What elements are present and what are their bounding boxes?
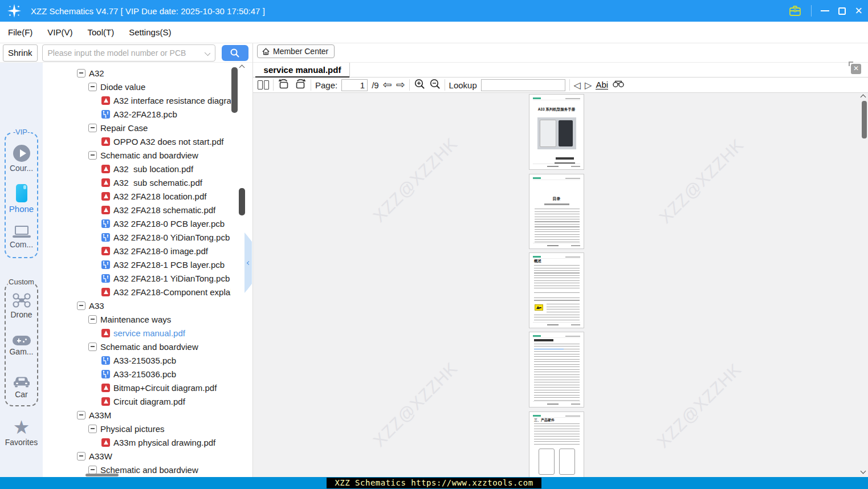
tree-item[interactable]: A32 bbox=[48, 66, 231, 80]
tree-item[interactable]: Physical pictures bbox=[48, 422, 231, 435]
tree-item[interactable]: service manual.pdf bbox=[48, 326, 231, 340]
sidebar-item-game[interactable]: Gam... bbox=[6, 336, 37, 356]
binoculars-icon[interactable] bbox=[612, 80, 625, 91]
search-input[interactable] bbox=[42, 44, 215, 62]
tree-item[interactable]: A32 sub location.pdf bbox=[48, 162, 231, 176]
menu-vip[interactable]: VIP(V) bbox=[47, 27, 72, 37]
collapse-toggle-icon[interactable] bbox=[88, 466, 97, 474]
tree-item-label: A32 2FA218-0 YiDianTong.pcb bbox=[113, 233, 230, 242]
tree-item-label: A32 sub schematic.pdf bbox=[113, 178, 202, 188]
next-page-icon[interactable]: ⇨ bbox=[396, 79, 405, 91]
tree-horizontal-scrollbar-thumb[interactable] bbox=[85, 474, 119, 476]
collapse-toggle-icon[interactable] bbox=[88, 83, 97, 91]
lookup-input[interactable] bbox=[481, 79, 565, 91]
tab-service-manual[interactable]: service manual.pdf bbox=[255, 63, 349, 78]
zoom-in-icon[interactable] bbox=[414, 78, 425, 92]
tree-item-label: A33 bbox=[89, 301, 104, 311]
tree-item[interactable]: Schematic and boardview bbox=[48, 148, 231, 162]
tree-item[interactable]: A33 bbox=[48, 299, 231, 312]
rotate-right-icon[interactable] bbox=[294, 78, 307, 92]
minimize-button[interactable] bbox=[821, 10, 829, 11]
sidebar-item-favorites[interactable]: ★ Favorites bbox=[0, 419, 43, 447]
tree-item[interactable]: A32 2FA218 schematic.pdf bbox=[48, 203, 231, 217]
scroll-up-arrow[interactable] bbox=[239, 65, 245, 71]
tree-item[interactable]: Maintenance ways bbox=[48, 312, 231, 326]
app-logo-icon bbox=[6, 2, 23, 19]
tree-item[interactable]: A32 2FA218-1 PCB layer.pcb bbox=[48, 258, 231, 271]
zoom-out-icon[interactable] bbox=[429, 78, 441, 92]
tree-item[interactable]: Circuit diagram.pdf bbox=[48, 394, 231, 408]
tree-item[interactable]: A32 2FA218-0 PCB layer.pcb bbox=[48, 217, 231, 230]
collapse-toggle-icon[interactable] bbox=[77, 301, 85, 310]
search-button[interactable] bbox=[222, 45, 248, 61]
rotate-left-icon[interactable] bbox=[278, 78, 290, 92]
tree-item[interactable]: Repair Case bbox=[48, 121, 231, 135]
document-panel: Member Center service manual.pdf ✕ Page:… bbox=[252, 43, 868, 477]
tree-item[interactable]: A33-215035.pcb bbox=[48, 353, 231, 367]
panel-scrollbar-thumb[interactable] bbox=[239, 188, 245, 215]
pdf-file-icon bbox=[101, 137, 110, 146]
collapse-toggle-icon[interactable] bbox=[88, 124, 97, 132]
previous-page-icon[interactable]: ⇦ bbox=[383, 79, 392, 91]
shrink-button[interactable]: Shrink bbox=[3, 44, 38, 62]
page-footer bbox=[533, 243, 580, 246]
collapse-toggle-icon[interactable] bbox=[77, 452, 85, 461]
collapse-toggle-icon[interactable] bbox=[88, 151, 97, 160]
viewer-scroll-down-arrow[interactable] bbox=[861, 468, 866, 474]
viewer-scroll-up-arrow[interactable] bbox=[861, 95, 866, 100]
page-header bbox=[533, 335, 580, 338]
maximize-button[interactable] bbox=[838, 7, 846, 15]
text-select-abi-button[interactable]: Abi bbox=[596, 80, 608, 89]
tree-item[interactable]: A32 interface resistance diagram bbox=[48, 93, 231, 107]
tree-item-label: A33-215035.pcb bbox=[113, 356, 176, 365]
tree-scrollbar-thumb[interactable] bbox=[231, 67, 238, 113]
tree-item-label: A32-2FA218.pcb bbox=[113, 109, 177, 119]
two-page-view-icon[interactable] bbox=[258, 80, 269, 89]
tree-item[interactable]: A32 2FA218-1 YiDianTong.pcb bbox=[48, 271, 231, 285]
page-footer bbox=[533, 164, 580, 167]
tree-item-label: Diode value bbox=[100, 82, 145, 92]
close-document-button[interactable]: ✕ bbox=[851, 64, 861, 74]
tree-item[interactable]: A33m physical drawing.pdf bbox=[48, 435, 231, 449]
collapse-toggle-icon[interactable] bbox=[88, 343, 97, 351]
tree-item[interactable]: A32 2FA218 location.pdf bbox=[48, 189, 231, 203]
find-previous-icon[interactable]: ◁ bbox=[574, 80, 581, 91]
sidebar-item-phone[interactable]: Phone bbox=[6, 184, 37, 214]
sidebar-item-car[interactable]: Car bbox=[6, 373, 37, 399]
collapse-toggle-icon[interactable] bbox=[77, 411, 85, 419]
tree-item-label: A32 sub location.pdf bbox=[113, 164, 193, 174]
member-center-button[interactable]: Member Center bbox=[257, 44, 335, 58]
tree-item[interactable]: A32 2FA218-0 image.pdf bbox=[48, 244, 231, 258]
tree-item[interactable]: A33-215036.pcb bbox=[48, 367, 231, 381]
menu-file[interactable]: File(F) bbox=[8, 27, 32, 37]
collapse-toggle-icon[interactable] bbox=[77, 69, 85, 78]
panel-collapse-handle[interactable] bbox=[244, 233, 252, 293]
sidebar-item-course[interactable]: Cour... bbox=[6, 145, 37, 173]
collapse-toggle-icon[interactable] bbox=[88, 425, 97, 433]
tree-item[interactable]: A32-2FA218.pcb bbox=[48, 107, 231, 121]
tree-item[interactable]: A32 2FA218-Component explain bbox=[48, 285, 231, 299]
close-button[interactable]: × bbox=[855, 6, 862, 16]
tree-item[interactable]: A32 2FA218-0 YiDianTong.pcb bbox=[48, 230, 231, 244]
menu-tool[interactable]: Tool(T) bbox=[88, 27, 115, 37]
tree-item[interactable]: Schematic and boardview bbox=[48, 340, 231, 353]
body-text-lines bbox=[547, 304, 580, 313]
tree-item[interactable]: OPPO A32 does not start.pdf bbox=[48, 135, 231, 148]
status-text: XZZ Schematics https://www.xzztools.com bbox=[327, 478, 541, 488]
tree-item[interactable]: Diode value bbox=[48, 80, 231, 93]
sidebar-item-computer[interactable]: Com... bbox=[6, 226, 37, 249]
sidebar-item-drone[interactable]: Drone bbox=[6, 292, 37, 319]
tree-item[interactable]: Bitmap+Circuit diagram.pdf bbox=[48, 381, 231, 394]
toolbox-icon[interactable] bbox=[788, 5, 802, 17]
page-number-input[interactable] bbox=[341, 79, 368, 91]
tree-item[interactable]: A33M bbox=[48, 408, 231, 422]
tree-item[interactable]: Schematic and boardview bbox=[48, 463, 231, 474]
tree-item[interactable]: A33W bbox=[48, 449, 231, 463]
collapse-toggle-icon[interactable] bbox=[88, 315, 97, 324]
find-next-icon[interactable]: ▷ bbox=[585, 80, 592, 91]
tree-item[interactable]: A32 sub schematic.pdf bbox=[48, 176, 231, 189]
viewer-scrollbar-thumb[interactable] bbox=[862, 101, 867, 138]
menu-settings[interactable]: Settings(S) bbox=[129, 27, 171, 37]
body-text-lines bbox=[534, 265, 580, 290]
tree-item-label: A32 2FA218-0 image.pdf bbox=[113, 246, 208, 256]
